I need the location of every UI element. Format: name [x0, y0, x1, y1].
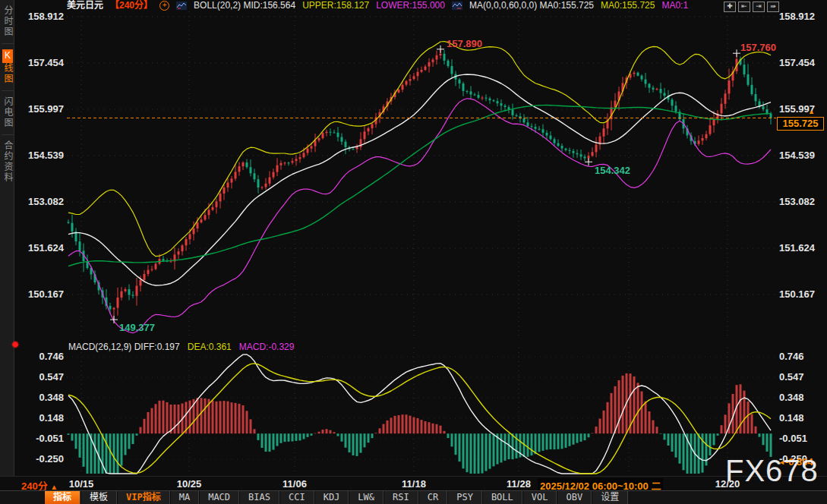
x-axis-date: 12/20	[715, 478, 740, 490]
toolbar-item-settings[interactable]: 设置	[592, 491, 628, 504]
boll-lower-readout: LOWER:155.000	[376, 0, 445, 11]
left-arrow-icon: ◄	[778, 458, 785, 466]
macd-axis-tick-right: 0.746	[779, 351, 804, 362]
high-annotation-2: 157.760	[740, 42, 776, 53]
boll-readout: BOLL(20,2) MID:156.564	[194, 0, 295, 11]
ma-readout: MA(0,0,0,60,0,0) MA0:155.725	[469, 0, 594, 11]
sidebar-item-time-chart[interactable]: 分时图	[2, 5, 14, 44]
toolbar-item-cci[interactable]: CCI	[279, 491, 314, 504]
toolbar-item-vip-indicator[interactable]: VIP指标	[117, 491, 170, 504]
sidebar-item-kline-chart[interactable]: K线图	[2, 49, 14, 91]
macd-tag-value: -0.364	[785, 456, 813, 468]
indicator-header: 美元日元 【240分】 + BOLL(20,2) MID:156.564 UPP…	[67, 0, 688, 11]
x-axis-date: 11/06	[283, 478, 307, 490]
pan-icon[interactable]: ✚	[724, 2, 736, 12]
macd-axis-tick-right: -0.051	[779, 433, 807, 444]
low-annotation-1: 149.377	[119, 322, 155, 333]
y-axis-tick-right: 158.912	[779, 11, 815, 22]
macd-axis-tick-right: 0.148	[779, 412, 804, 424]
y-axis-tick-left: 153.082	[18, 196, 64, 207]
macd-value-readout: MACD:-0.329	[239, 342, 295, 352]
x-axis-date: 10/15	[69, 478, 94, 490]
toolbar-item-bias[interactable]: BIAS	[239, 491, 279, 504]
low-annotation-2: 154.342	[595, 165, 630, 176]
y-axis-tick-left: 158.912	[18, 11, 64, 22]
y-axis-tick-left: 151.624	[18, 242, 64, 254]
alert-icon[interactable]: ✹	[11, 339, 20, 350]
chart-type-sidebar: 分时图 K线图 闪电图 合约资料	[0, 0, 14, 476]
boll-chart-icon[interactable]	[176, 2, 187, 10]
macd-axis-tick-left: 0.148	[18, 412, 64, 424]
kline-tab-head: K	[2, 49, 13, 63]
toolbar-item-indicator[interactable]: 指标	[44, 491, 80, 504]
sidebar-item-contract-info[interactable]: 合约资料	[2, 140, 14, 189]
x-axis-date: 11/28	[507, 478, 531, 490]
toolbar-item-template[interactable]: 模板	[80, 491, 117, 504]
toolbar-item-vol[interactable]: VOL	[522, 491, 557, 504]
macd-axis-tick-right: 0.547	[779, 371, 804, 383]
y-axis-tick-right: 150.167	[779, 288, 815, 300]
ma-readout-magenta: MA0:1	[661, 0, 688, 11]
y-axis-tick-left: 155.997	[18, 103, 64, 115]
kline-tab-rest: 线图	[2, 63, 13, 84]
macd-axis-tick-left: -0.250	[18, 453, 64, 465]
toolbar-item-rsi[interactable]: RSI	[384, 491, 418, 504]
x-axis-date: 10/25	[177, 478, 202, 490]
symbol-title: 美元日元	[67, 0, 103, 11]
sidebar-item-lightning-chart[interactable]: 闪电图	[2, 96, 14, 135]
toolbar-item-obv[interactable]: OBV	[557, 491, 592, 504]
scale-left-icon[interactable]: ⇤	[738, 2, 750, 12]
add-indicator-icon[interactable]: +	[159, 1, 169, 11]
high-annotation-1: 157.890	[447, 38, 482, 49]
boll-upper-readout: UPPER:158.127	[302, 0, 369, 11]
macd-current-tag: ◄-0.364	[778, 456, 813, 468]
toolbar-item-macd[interactable]: MACD	[199, 491, 239, 504]
y-axis-tick-right: 151.624	[779, 242, 815, 254]
macd-title-readout: MACD(26,12,9) DIFF:0.197	[68, 342, 180, 352]
y-axis-tick-right: 154.539	[779, 150, 815, 161]
macd-header: MACD(26,12,9) DIFF:0.197 DEA:0.361 MACD:…	[68, 342, 294, 352]
toolbar-item-boll[interactable]: BOLL	[482, 491, 522, 504]
scale-right-icon[interactable]: ⇥	[753, 2, 765, 12]
macd-axis-tick-left: 0.547	[18, 371, 64, 383]
x-axis-date: 11/18	[402, 478, 426, 490]
toolbar-item-kdj[interactable]: KDJ	[314, 491, 349, 504]
toolbar-item-psy[interactable]: PSY	[447, 491, 482, 504]
pop-out-icon[interactable]: ⇛	[767, 2, 779, 12]
candlestick-chart-canvas[interactable]	[0, 0, 827, 504]
time-axis-strip: 240分 ▲ 10/1510/2511/0611/1811/282025/12/…	[0, 476, 827, 491]
ma-readout-yellow: MA0:155.725	[601, 0, 655, 11]
window-control-icons: ✚⇤⇥⇛	[724, 2, 779, 12]
macd-axis-tick-left: 0.348	[18, 392, 64, 403]
y-axis-tick-right: 157.454	[779, 57, 815, 68]
macd-axis-tick-right: 0.348	[779, 392, 804, 403]
y-axis-tick-left: 154.539	[18, 150, 64, 161]
toolbar-item-cr[interactable]: CR	[418, 491, 447, 504]
macd-axis-tick-left: 0.746	[18, 351, 64, 362]
indicator-toolbar: 指标模板VIP指标MAMACDBIASCCIKDJLW&RSICRPSYBOLL…	[0, 490, 827, 504]
toolbar-item-ma[interactable]: MA	[170, 491, 199, 504]
y-axis-tick-left: 150.167	[18, 288, 64, 300]
current-price-tag: 155.725	[777, 117, 824, 131]
y-axis-tick-right: 153.082	[779, 196, 815, 207]
macd-dea-readout: DEA:0.361	[188, 342, 232, 352]
macd-axis-tick-left: -0.051	[18, 433, 64, 444]
price-marker-icon: ▲	[808, 109, 815, 115]
chart-window: 分时图 K线图 闪电图 合约资料 美元日元 【240分】 + BOLL(20,2…	[0, 0, 827, 504]
ma-chart-icon[interactable]	[452, 2, 462, 10]
toolbar-item-lw[interactable]: LW&	[349, 491, 384, 504]
period-label[interactable]: 【240分】	[110, 0, 153, 11]
y-axis-tick-left: 157.454	[18, 57, 64, 68]
